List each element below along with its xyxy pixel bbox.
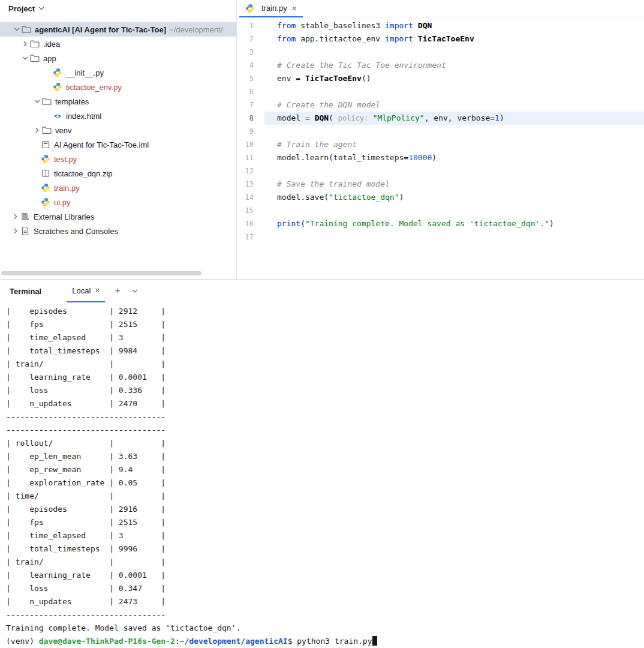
python-icon <box>41 183 50 193</box>
editor-area: train.py × 1from stable_baselines3 impor… <box>237 0 644 279</box>
chevron-right-icon[interactable] <box>32 125 42 135</box>
code-line[interactable]: 15 <box>237 204 644 217</box>
folder-icon <box>42 125 52 135</box>
chevron-down-icon[interactable] <box>12 25 22 34</box>
tree-item-external-libraries[interactable]: External Libraries <box>0 209 236 224</box>
scratches-icon <box>20 226 30 236</box>
tree-item-label: __init__.py <box>66 68 104 77</box>
tree-item-ui-py[interactable]: ui.py <box>0 195 236 209</box>
code-line[interactable]: 9 <box>237 125 644 138</box>
line-number: 8 <box>237 112 264 125</box>
terminal-line: | train/ | | <box>6 556 644 569</box>
tree-item-label: Scratches and Consoles <box>34 227 118 236</box>
zip-icon <box>41 169 50 178</box>
code-line[interactable]: 4# Create the Tic Tac Toe environment <box>237 59 644 72</box>
chevron-down-icon[interactable] <box>37 4 46 13</box>
code-line[interactable]: 17 <box>237 230 644 244</box>
code-text <box>264 164 644 178</box>
tab-train-py[interactable]: train.py × <box>239 0 303 17</box>
tree-item-idea[interactable]: .idea <box>0 37 236 51</box>
tree-item-tictactoe-env-py[interactable]: tictactoe_env.py <box>0 80 236 94</box>
code-text: model = DQN( policy: "MlpPolicy", env, v… <box>264 112 644 125</box>
code-line[interactable]: 7# Create the DQN model <box>237 98 644 112</box>
line-number: 17 <box>237 230 264 244</box>
tree-item-train-py[interactable]: train.py <box>0 181 236 195</box>
terminal-line: | rollout/ | | <box>6 437 644 450</box>
terminal-line: | ep_len_mean | 3.63 | <box>6 450 644 463</box>
code-line[interactable]: 1from stable_baselines3 import DQN <box>237 19 644 32</box>
horizontal-scrollbar[interactable] <box>1 271 201 275</box>
terminal-line: Training complete. Model saved as 'ticta… <box>6 622 644 635</box>
line-number: 14 <box>237 191 264 204</box>
code-line[interactable]: 5env = TicTacToeEnv() <box>237 72 644 85</box>
line-number: 2 <box>237 32 264 46</box>
tree-item-test-py[interactable]: test.py <box>0 152 236 166</box>
code-text <box>264 125 644 138</box>
code-text: print("Training complete. Model saved as… <box>264 217 644 230</box>
tree-item-label: tictactoe_env.py <box>66 83 122 92</box>
folder-icon <box>22 25 31 34</box>
code-line[interactable]: 14model.save("tictactoe_dqn") <box>237 191 644 204</box>
code-line[interactable]: 11model.learn(total_timesteps=10000) <box>237 151 644 164</box>
chevron-down-icon[interactable] <box>130 280 140 302</box>
project-tree: agenticAI [AI Agent for Tic-Tac-Toe]~/de… <box>0 17 236 238</box>
tree-item-app[interactable]: app <box>0 51 236 65</box>
terminal-line: (venv) dave@dave-ThinkPad-P16s-Gen-2:~/d… <box>6 635 644 648</box>
tree-item-index-html[interactable]: <>index.html <box>0 109 236 123</box>
close-icon[interactable]: × <box>292 4 297 13</box>
terminal-line: | loss | 0.336 | <box>6 384 644 397</box>
project-header: Project <box>0 0 236 17</box>
code-line[interactable]: 6 <box>237 85 644 98</box>
tab-local[interactable]: Local × <box>67 280 105 302</box>
terminal-line: | learning_rate | 0.0001 | <box>6 569 644 582</box>
code-line[interactable]: 16print("Training complete. Model saved … <box>237 217 644 230</box>
chevron-right-icon[interactable] <box>20 39 30 49</box>
tree-item-agenticai-ai-agent-for-tic-tac-toe[interactable]: agenticAI [AI Agent for Tic-Tac-Toe]~/de… <box>0 22 236 37</box>
line-number: 9 <box>237 125 264 138</box>
code-text: model.learn(total_timesteps=10000) <box>264 151 644 164</box>
python-icon <box>41 197 50 207</box>
code-line[interactable]: 13# Save the trained model <box>237 178 644 191</box>
tree-item-label: app <box>43 54 56 63</box>
code-line[interactable]: 12 <box>237 164 644 178</box>
code-line[interactable]: 8model = DQN( policy: "MlpPolicy", env, … <box>237 112 644 125</box>
line-number: 16 <box>237 217 264 230</box>
tree-item-label: train.py <box>54 184 80 193</box>
tree-item-venv[interactable]: venv <box>0 123 236 137</box>
chevron-down-icon[interactable] <box>32 97 42 106</box>
terminal-line: ---------------------------------- <box>6 410 644 424</box>
tree-item-init-py[interactable]: __init__.py <box>0 65 236 80</box>
project-panel: Project agenticAI [AI Agent for Tic-Tac-… <box>0 0 237 279</box>
chevron-right-icon[interactable] <box>11 226 20 236</box>
terminal-line: | learning_rate | 0.0001 | <box>6 371 644 384</box>
close-icon[interactable]: × <box>95 286 100 295</box>
line-number: 11 <box>237 151 264 164</box>
terminal-panel: Terminal Local × + | episodes | 2912 || … <box>0 279 644 648</box>
tree-item-label: .idea <box>43 40 60 49</box>
terminal-cursor <box>372 636 377 646</box>
tree-item-templates[interactable]: templates <box>0 94 236 109</box>
terminal-line: ---------------------------------- <box>6 608 644 622</box>
line-number: 13 <box>237 178 264 191</box>
ide-window: Project agenticAI [AI Agent for Tic-Tac-… <box>0 0 644 648</box>
python-icon <box>41 154 50 164</box>
tree-item-scratches-and-consoles[interactable]: Scratches and Consoles <box>0 224 236 238</box>
folder-icon <box>42 97 52 106</box>
code-line[interactable]: 10# Train the agent <box>237 138 644 151</box>
editor-content[interactable]: 1from stable_baselines3 import DQN2from … <box>237 18 644 244</box>
tree-item-path: ~/development/ <box>169 25 222 34</box>
tree-item-tictactoe-dqn-zip[interactable]: tictactoe_dqn.zip <box>0 166 236 181</box>
terminal-output[interactable]: | episodes | 2912 || fps | 2515 || time_… <box>0 302 644 648</box>
chevron-down-icon[interactable] <box>20 53 30 63</box>
tree-item-ai-agent-for-tic-tac-toe-iml[interactable]: AI Agent for Tic-Tac-Toe.iml <box>0 137 236 152</box>
code-text: from stable_baselines3 import DQN <box>264 19 644 32</box>
new-terminal-button[interactable]: + <box>115 280 120 302</box>
chevron-right-icon[interactable] <box>11 212 20 221</box>
code-line[interactable]: 3 <box>237 46 644 59</box>
code-text: # Create the Tic Tac Toe environment <box>264 59 644 72</box>
tree-item-label: test.py <box>54 155 77 164</box>
code-line[interactable]: 2from app.tictactoe_env import TicTacToe… <box>237 32 644 46</box>
tree-item-label: AI Agent for Tic-Tac-Toe.iml <box>54 140 149 149</box>
line-number: 6 <box>237 85 264 98</box>
terminal-line: | fps | 2515 | <box>6 318 644 331</box>
